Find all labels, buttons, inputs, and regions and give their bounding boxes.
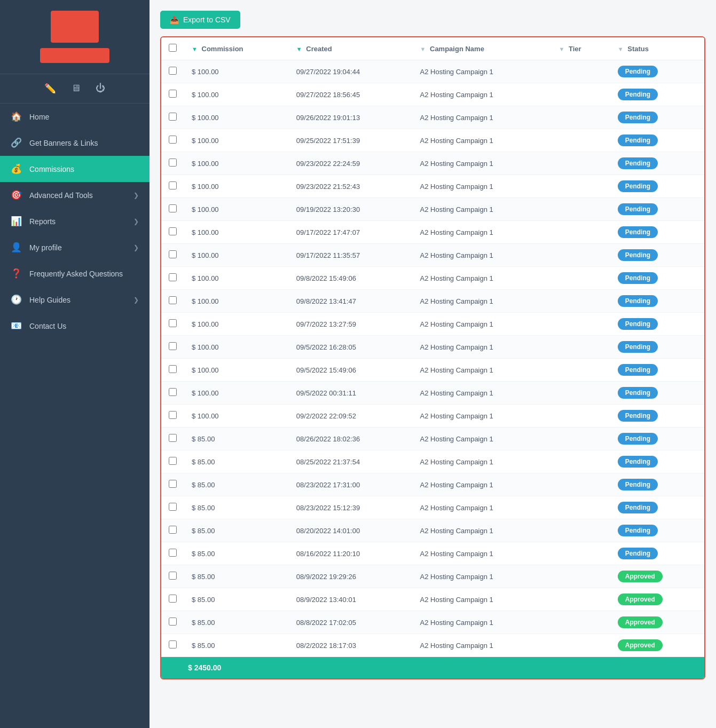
- row-campaign: A2 Hosting Campaign 1: [413, 496, 552, 519]
- table-row: $ 100.0009/23/2022 21:52:43A2 Hosting Ca…: [161, 175, 704, 198]
- sidebar-item-commissions[interactable]: 💰Commissions: [0, 156, 150, 182]
- table-row: $ 85.0008/26/2022 18:02:36A2 Hosting Cam…: [161, 428, 704, 450]
- row-checkbox-cell: [161, 83, 184, 106]
- row-checkbox-12[interactable]: [169, 342, 177, 350]
- status-badge: Pending: [618, 456, 658, 468]
- row-checkbox-cell: [161, 106, 184, 129]
- row-created: 09/19/2022 13:20:30: [289, 198, 413, 221]
- row-checkbox-8[interactable]: [169, 250, 177, 258]
- status-badge: Pending: [618, 272, 658, 284]
- export-csv-button[interactable]: 📤 Export to CSV: [160, 11, 240, 29]
- row-campaign: A2 Hosting Campaign 1: [413, 634, 552, 657]
- row-checkbox-cell: [161, 244, 184, 267]
- row-checkbox-11[interactable]: [169, 319, 177, 327]
- row-checkbox-cell: [161, 290, 184, 313]
- row-checkbox-19[interactable]: [169, 503, 177, 511]
- sidebar-item-help-guides[interactable]: 🕐Help Guides❯: [0, 287, 150, 313]
- header-commission[interactable]: ▼ Commission: [184, 37, 289, 60]
- toolbar: 📤 Export to CSV: [160, 11, 705, 29]
- row-commission: $ 85.00: [184, 611, 289, 634]
- row-campaign: A2 Hosting Campaign 1: [413, 221, 552, 244]
- header-status[interactable]: ▼ Status: [610, 37, 704, 60]
- status-badge: Pending: [618, 318, 658, 330]
- row-created: 09/23/2022 22:24:59: [289, 152, 413, 175]
- row-checkbox-6[interactable]: [169, 204, 177, 212]
- row-checkbox-0[interactable]: [169, 67, 177, 75]
- sidebar-item-get-banners[interactable]: 🔗Get Banners & Links: [0, 130, 150, 156]
- row-checkbox-4[interactable]: [169, 159, 177, 167]
- table-row: $ 100.0009/7/2022 13:27:59A2 Hosting Cam…: [161, 313, 704, 336]
- row-campaign: A2 Hosting Campaign 1: [413, 473, 552, 496]
- row-checkbox-22[interactable]: [169, 572, 177, 580]
- row-commission: $ 85.00: [184, 565, 289, 588]
- row-checkbox-13[interactable]: [169, 365, 177, 373]
- main-content: 📤 Export to CSV ▼ Commission ▼ Created: [150, 0, 716, 728]
- select-all-checkbox[interactable]: [169, 44, 177, 52]
- row-campaign: A2 Hosting Campaign 1: [413, 611, 552, 634]
- row-tier: [552, 313, 610, 336]
- row-checkbox-25[interactable]: [169, 640, 177, 648]
- row-commission: $ 100.00: [184, 175, 289, 198]
- row-status: Pending: [610, 542, 704, 565]
- row-commission: $ 100.00: [184, 221, 289, 244]
- row-campaign: A2 Hosting Campaign 1: [413, 382, 552, 405]
- row-created: 08/2/2022 18:17:03: [289, 634, 413, 657]
- row-checkbox-14[interactable]: [169, 388, 177, 396]
- row-commission: $ 85.00: [184, 473, 289, 496]
- sidebar-item-faq[interactable]: ❓Frequently Asked Questions: [0, 260, 150, 287]
- tier-sort-icon: ▼: [559, 46, 565, 52]
- sidebar-item-home[interactable]: 🏠Home: [0, 104, 150, 130]
- row-status: Pending: [610, 336, 704, 359]
- sidebar-item-advanced-ad-tools[interactable]: 🎯Advanced Ad Tools❯: [0, 182, 150, 208]
- row-created: 09/23/2022 21:52:43: [289, 175, 413, 198]
- row-checkbox-cell: [161, 611, 184, 634]
- header-checkbox-cell: [161, 37, 184, 60]
- row-created: 08/26/2022 18:02:36: [289, 428, 413, 450]
- sidebar-nav: 🏠Home🔗Get Banners & Links💰Commissions🎯Ad…: [0, 104, 150, 339]
- status-badge: Approved: [618, 639, 663, 651]
- row-campaign: A2 Hosting Campaign 1: [413, 60, 552, 83]
- sidebar-item-reports[interactable]: 📊Reports❯: [0, 208, 150, 234]
- row-tier: [552, 519, 610, 542]
- row-checkbox-cell: [161, 221, 184, 244]
- row-checkbox-3[interactable]: [169, 136, 177, 144]
- row-checkbox-1[interactable]: [169, 90, 177, 98]
- row-checkbox-21[interactable]: [169, 549, 177, 557]
- row-checkbox-5[interactable]: [169, 181, 177, 189]
- header-campaign-name[interactable]: ▼ Campaign Name: [413, 37, 552, 60]
- table-row: $ 85.0008/23/2022 15:12:39A2 Hosting Cam…: [161, 496, 704, 519]
- sidebar-label-contact-us: Contact Us: [29, 322, 139, 330]
- row-status: Approved: [610, 565, 704, 588]
- table-row: $ 100.0009/17/2022 17:47:07A2 Hosting Ca…: [161, 221, 704, 244]
- row-checkbox-9[interactable]: [169, 273, 177, 281]
- row-checkbox-10[interactable]: [169, 296, 177, 304]
- header-tier[interactable]: ▼ Tier: [552, 37, 610, 60]
- status-badge: Pending: [618, 66, 658, 77]
- edit-icon[interactable]: ✏️: [44, 83, 56, 94]
- header-created[interactable]: ▼ Created: [289, 37, 413, 60]
- row-tier: [552, 450, 610, 473]
- row-checkbox-18[interactable]: [169, 480, 177, 488]
- row-commission: $ 100.00: [184, 244, 289, 267]
- table-row: $ 100.0009/5/2022 16:28:05A2 Hosting Cam…: [161, 336, 704, 359]
- row-checkbox-17[interactable]: [169, 457, 177, 465]
- row-checkbox-7[interactable]: [169, 227, 177, 235]
- sidebar: ✏️ 🖥 ⏻ 🏠Home🔗Get Banners & Links💰Commiss…: [0, 0, 150, 728]
- row-checkbox-16[interactable]: [169, 434, 177, 442]
- row-tier: [552, 405, 610, 428]
- row-checkbox-2[interactable]: [169, 113, 177, 121]
- row-checkbox-24[interactable]: [169, 618, 177, 626]
- row-checkbox-20[interactable]: [169, 526, 177, 534]
- row-commission: $ 85.00: [184, 450, 289, 473]
- row-status: Pending: [610, 221, 704, 244]
- sidebar-item-my-profile[interactable]: 👤My profile❯: [0, 234, 150, 260]
- row-commission: $ 85.00: [184, 428, 289, 450]
- row-commission: $ 85.00: [184, 519, 289, 542]
- row-checkbox-15[interactable]: [169, 411, 177, 419]
- monitor-icon[interactable]: 🖥: [71, 83, 81, 94]
- row-campaign: A2 Hosting Campaign 1: [413, 313, 552, 336]
- sidebar-item-contact-us[interactable]: 📧Contact Us: [0, 313, 150, 339]
- power-icon[interactable]: ⏻: [96, 83, 105, 94]
- row-status: Pending: [610, 359, 704, 382]
- row-checkbox-23[interactable]: [169, 595, 177, 603]
